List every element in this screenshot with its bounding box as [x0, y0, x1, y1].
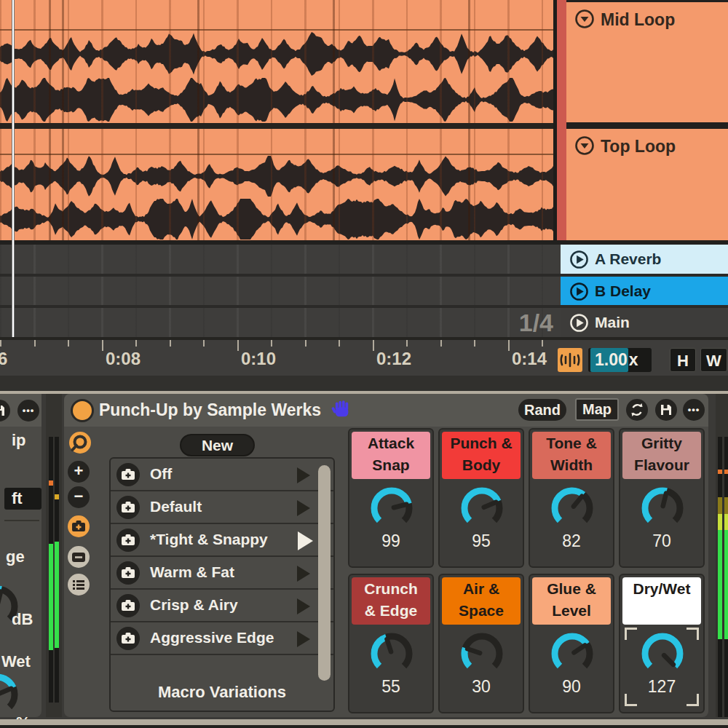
variation-camera-icon[interactable] — [116, 627, 140, 650]
waveform-mid-loop — [0, 31, 555, 123]
variation-list-button[interactable] — [68, 574, 90, 596]
variation-row[interactable]: Warm & Fat — [111, 557, 333, 590]
track-header[interactable]: Mid Loop — [566, 2, 728, 122]
macro-knob[interactable] — [368, 630, 415, 677]
return-track-header[interactable]: B Delay — [561, 277, 728, 305]
sync-icon[interactable] — [626, 399, 648, 421]
add-variation-button[interactable]: + — [68, 461, 90, 483]
unfold-track-icon[interactable] — [574, 9, 595, 29]
macro-value[interactable]: 55 — [349, 677, 432, 697]
launch-variation-button[interactable] — [297, 631, 310, 647]
save-icon[interactable] — [655, 399, 677, 421]
lane-separator — [0, 274, 561, 277]
lane-separator — [0, 305, 561, 308]
launch-variation-button[interactable] — [297, 500, 310, 516]
snapshot-camera-button[interactable] — [68, 515, 90, 537]
time-ruler[interactable]: 6 1.00x H W 0:080:100:120:14 — [0, 340, 728, 376]
macro-knob[interactable] — [549, 485, 596, 531]
left-device-partial[interactable]: ip ft ge dB Wet % — [0, 427, 41, 717]
variation-row[interactable]: Default — [111, 491, 333, 524]
return-track-header[interactable]: A Reverb — [561, 245, 728, 274]
macro-control: Crunch & Edge 55 — [348, 574, 434, 713]
clip-top-loop[interactable] — [0, 129, 555, 240]
variation-name: Aggressive Edge — [150, 629, 274, 646]
return-track-header[interactable]: Main — [561, 308, 728, 337]
launch-variation-button[interactable] — [297, 598, 310, 614]
play-track-icon[interactable] — [569, 250, 589, 269]
unfold-track-icon[interactable] — [574, 135, 595, 156]
save-icon[interactable] — [0, 400, 10, 422]
level-meter-column — [46, 394, 62, 717]
variation-camera-icon[interactable] — [116, 463, 140, 486]
ruler-minor-tick — [203, 340, 205, 347]
value-box-fragment[interactable]: ft — [4, 488, 41, 510]
macro-variations-icon[interactable] — [68, 430, 92, 455]
overwrite-variation-button[interactable] — [68, 546, 90, 568]
variation-row[interactable]: Aggressive Edge — [111, 622, 333, 655]
device-view: ••• ip ft ge dB Wet % Punch-Up by Sample… — [0, 394, 728, 719]
height-button[interactable]: H — [670, 348, 696, 372]
clip-mid-loop[interactable] — [0, 0, 555, 123]
width-button[interactable]: W — [700, 348, 727, 372]
variation-name: Default — [150, 498, 202, 515]
ruler-time-label: 0:14 — [512, 349, 547, 369]
macro-label: Attack Snap — [352, 432, 430, 479]
macro-knob[interactable] — [549, 630, 596, 677]
rack-device-titlebar[interactable]: Punch-Up by Sample Werks Rand Map — [64, 394, 708, 427]
ruler-minor-tick — [68, 340, 69, 347]
randomize-button[interactable]: Rand — [518, 399, 566, 421]
ruler-minor-tick — [305, 340, 306, 347]
macro-knob[interactable] — [639, 630, 686, 677]
status-strip — [0, 376, 728, 391]
grid-division-label: 1/4 — [472, 309, 553, 337]
new-variation-button[interactable]: New — [180, 434, 255, 456]
macro-knob[interactable] — [639, 485, 686, 531]
remove-variation-button[interactable]: − — [68, 486, 90, 508]
playback-speed-field[interactable]: 1.00x — [588, 348, 652, 372]
wet-knob[interactable] — [0, 671, 20, 718]
scrollbar-thumb[interactable] — [318, 465, 331, 681]
macro-value[interactable]: 95 — [440, 531, 523, 551]
variation-camera-icon[interactable] — [116, 594, 140, 617]
launch-variation-button[interactable] — [298, 531, 313, 550]
macro-value[interactable]: 99 — [349, 531, 432, 551]
return-track-name: A Reverb — [595, 250, 661, 268]
variation-camera-icon[interactable] — [116, 496, 140, 519]
ruler-major-tick — [237, 340, 239, 351]
variation-camera-icon[interactable] — [116, 529, 140, 552]
rack-device-body: + − — [64, 427, 708, 717]
play-track-icon[interactable] — [569, 313, 589, 333]
macro-value[interactable]: 90 — [530, 677, 613, 697]
variation-row[interactable]: Off — [111, 459, 333, 491]
variation-row[interactable]: Crisp & Airy — [111, 590, 333, 622]
map-button[interactable]: Map — [575, 398, 619, 421]
audio-stretch-button[interactable] — [558, 348, 582, 372]
track-header[interactable]: Top Loop — [566, 129, 728, 240]
launch-variation-button[interactable] — [297, 566, 310, 582]
pane-divider-bottom[interactable] — [0, 719, 728, 725]
macro-value[interactable]: 82 — [530, 531, 613, 551]
macro-knob[interactable] — [459, 485, 505, 531]
ruler-major-tick — [373, 340, 374, 351]
variation-name: Crisp & Airy — [150, 596, 238, 614]
ellipsis-icon[interactable]: ••• — [683, 399, 705, 421]
window-edge — [0, 725, 728, 728]
arrangement-clip-area[interactable] — [0, 0, 555, 240]
ruler-label-partial: 6 — [0, 349, 7, 369]
clip-title-strip[interactable] — [0, 0, 555, 31]
ruler-minor-tick — [474, 340, 475, 347]
macro-knob[interactable] — [459, 630, 505, 677]
macro-value[interactable]: 30 — [440, 677, 523, 697]
play-track-icon[interactable] — [569, 282, 589, 301]
variation-camera-icon[interactable] — [116, 561, 140, 585]
left-device-titlebar[interactable]: ••• — [0, 394, 41, 427]
macro-knob[interactable] — [368, 485, 415, 531]
device-activator-button[interactable] — [71, 399, 94, 422]
variation-row[interactable]: *Tight & Snappy — [111, 524, 333, 557]
track-color-strip — [557, 0, 566, 240]
macro-value[interactable]: 70 — [620, 531, 703, 551]
clip-title-strip[interactable] — [0, 129, 555, 155]
launch-variation-button[interactable] — [297, 467, 310, 483]
waveform-top-loop — [0, 155, 555, 240]
ellipsis-icon[interactable]: ••• — [17, 400, 39, 422]
